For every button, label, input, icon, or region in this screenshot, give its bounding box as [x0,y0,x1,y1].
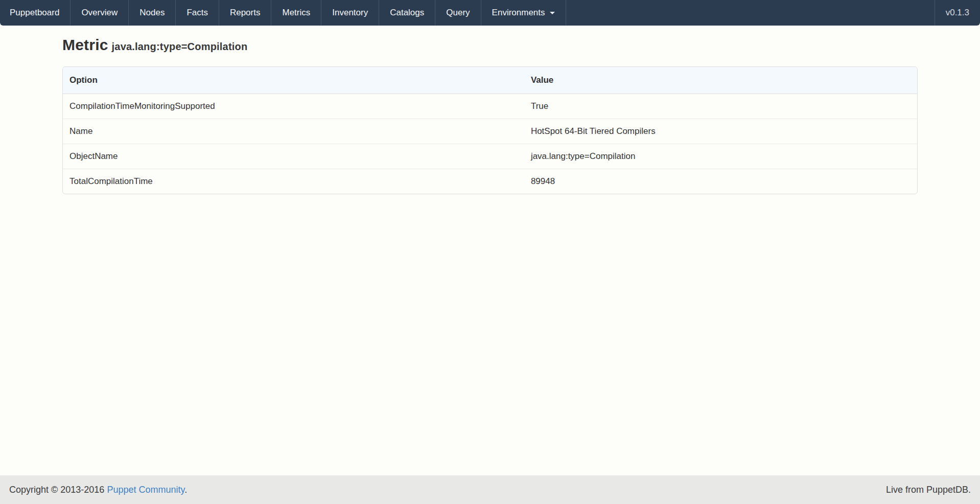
nav-item-overview[interactable]: Overview [71,0,129,26]
main-content: Metricjava.lang:type=Compilation Option … [0,26,980,475]
page-title-text: Metric [62,36,108,53]
nav-dropdown-environments[interactable]: Environments [481,0,566,26]
page-subtitle: java.lang:type=Compilation [112,41,248,52]
value-cell: 89948 [524,169,917,194]
table-header-row: Option Value [63,67,917,94]
value-cell: java.lang:type=Compilation [524,144,917,169]
table-row: ObjectName java.lang:type=Compilation [63,144,917,169]
nav-item-metrics[interactable]: Metrics [271,0,321,26]
copyright-suffix: . [184,485,187,495]
value-cell: HotSpot 64-Bit Tiered Compilers [524,119,917,144]
metric-table-wrapper: Option Value CompilationTimeMonitoringSu… [62,66,918,194]
option-cell: CompilationTimeMonitoringSupported [63,94,524,119]
column-header-option: Option [63,67,524,94]
table-row: Name HotSpot 64-Bit Tiered Compilers [63,119,917,144]
environments-dropdown-label: Environments [492,8,545,18]
version-label: v0.1.3 [935,0,980,26]
copyright-prefix: Copyright © 2013-2016 [9,485,107,495]
nav-item-reports[interactable]: Reports [219,0,272,26]
nav-item-facts[interactable]: Facts [176,0,219,26]
page-title: Metricjava.lang:type=Compilation [62,36,918,54]
nav-item-query[interactable]: Query [435,0,481,26]
caret-down-icon [550,12,555,14]
nav-item-catalogs[interactable]: Catalogs [379,0,435,26]
option-cell: ObjectName [63,144,524,169]
copyright-text: Copyright © 2013-2016 Puppet Community. [9,485,187,495]
page-footer: Copyright © 2013-2016 Puppet Community. … [0,475,980,504]
option-cell: TotalCompilationTime [63,169,524,194]
puppet-community-link[interactable]: Puppet Community [107,485,184,495]
top-navbar: Puppetboard Overview Nodes Facts Reports… [0,0,980,26]
column-header-value: Value [524,67,917,94]
option-cell: Name [63,119,524,144]
navbar-spacer [566,0,935,26]
nav-item-nodes[interactable]: Nodes [129,0,176,26]
metric-table: Option Value CompilationTimeMonitoringSu… [63,67,917,194]
table-row: CompilationTimeMonitoringSupported True [63,94,917,119]
brand-puppetboard[interactable]: Puppetboard [0,0,71,26]
nav-item-inventory[interactable]: Inventory [321,0,379,26]
value-cell: True [524,94,917,119]
live-status-text: Live from PuppetDB. [886,485,971,495]
table-row: TotalCompilationTime 89948 [63,169,917,194]
